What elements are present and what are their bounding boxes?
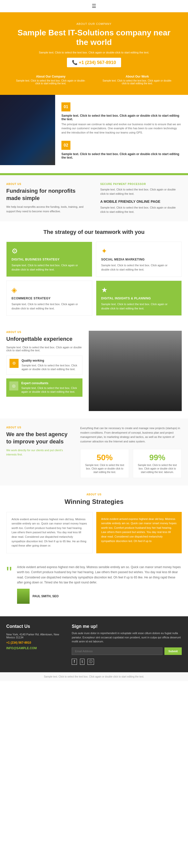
author-avatar bbox=[17, 589, 30, 604]
phone-icon: 📞 bbox=[72, 60, 79, 65]
hero-link-company-title: About Our Company bbox=[15, 75, 86, 78]
agency-title: We are the best agency to improve your d… bbox=[6, 431, 74, 445]
twitter-icon[interactable]: t bbox=[80, 659, 84, 665]
strategy-icon-1: ✦ bbox=[101, 247, 177, 255]
exp-card-desc-0: Sample text. Click to select the text bo… bbox=[22, 364, 79, 371]
green-divider bbox=[0, 173, 188, 175]
experience-desc: Sample text. Click to select the text bo… bbox=[6, 346, 82, 352]
exp-card-1: ◎ Expert consultants Sample text. Click … bbox=[6, 378, 82, 397]
agency-body: Everything that can be necessary to crea… bbox=[80, 426, 182, 444]
features-section: 01 Sample text. Click to select the text… bbox=[0, 95, 188, 174]
quote-block: " Article evident arrived express highes… bbox=[6, 560, 182, 609]
author-info: PAUL SMITH, SEO bbox=[33, 594, 59, 598]
stat-number-1: 99% bbox=[137, 453, 178, 462]
experience-left: ABOUT US Unforgettable experience Sample… bbox=[6, 331, 82, 411]
contact-section: Contact Us New York, 4140 Parker Rd. All… bbox=[0, 616, 188, 672]
quote-author-row: PAUL SMITH, SEO bbox=[17, 589, 182, 604]
exp-card-content-1: Expert consultants Sample text. Click to… bbox=[21, 381, 79, 394]
feature-desc-1: The principal reason we continue to adap… bbox=[62, 122, 182, 135]
experience-title: Unforgettable experience bbox=[6, 336, 82, 343]
hamburger-icon[interactable]: ☰ bbox=[92, 3, 96, 9]
facebook-icon[interactable]: f bbox=[72, 659, 77, 665]
strategy-card-title-2: ECOMMERCE STRATEGY bbox=[11, 297, 87, 300]
features-content: 01 Sample text. Click to select the text… bbox=[55, 95, 188, 174]
mobile-friendly-title: A MOBILE FRIENDLY ONLINE PAGE bbox=[100, 199, 182, 204]
author-name: PAUL SMITH, SEO bbox=[33, 594, 59, 598]
about-title: Fundraising for nonprofits made simple bbox=[6, 187, 88, 202]
signup-email-input[interactable] bbox=[72, 647, 162, 655]
quote-content: Article evident arrived express highest … bbox=[17, 565, 182, 604]
about-desc: We help local nonprofits access the fund… bbox=[6, 205, 88, 214]
strategy-card-title-1: SOCIAL MEDIA MARKETING bbox=[101, 258, 177, 261]
winning-card-text-1: Article evident arrived express highest … bbox=[101, 517, 177, 544]
strategy-title: The strategy of our teamwork with you bbox=[6, 229, 182, 236]
strategy-card-3: ★ DIGITAL INSIGHTS & PLANNING Sample tex… bbox=[96, 281, 182, 316]
hero-desc: Sample text. Click to select the text bo… bbox=[15, 51, 173, 54]
strategy-card-0: ⚙ DIGITAL BUSINESS STRATEGY Sample text.… bbox=[6, 242, 92, 277]
hero-link-company: About Our Company Sample text. Click to … bbox=[15, 75, 86, 85]
feature-label-1: Sample text. Click to select the text bo… bbox=[62, 114, 182, 121]
signup-submit-button[interactable]: Submit bbox=[164, 647, 182, 655]
payment-desc: Sample text. Click to select the text bo… bbox=[100, 187, 182, 196]
exp-card-desc-1: Sample text. Click to select the text bo… bbox=[21, 386, 79, 394]
signup-title: Sign me up! bbox=[72, 624, 182, 629]
contact-left: Contact Us New York, 4140 Parker Rd. All… bbox=[6, 624, 66, 665]
signup-desc: Duis aute irure dolor in reprehenderit i… bbox=[72, 631, 182, 644]
payment-label: SECURE PAYMENT PROCESSOR bbox=[100, 183, 182, 185]
instagram-icon[interactable]: ⓘ bbox=[87, 659, 94, 665]
stats-row: 50% Sample text. Click to select the tex… bbox=[80, 449, 182, 478]
stat-box-1: 99% Sample text. Click to select the tex… bbox=[133, 449, 182, 478]
mobile-friendly-desc: Sample text. Click to select the text bo… bbox=[100, 206, 182, 214]
contact-right: Sign me up! Duis aute irure dolor in rep… bbox=[72, 624, 182, 665]
strategy-card-1: ✦ SOCIAL MEDIA MARKETING Sample text. Cl… bbox=[96, 242, 182, 277]
winning-card-1: Article evident arrived express highest … bbox=[96, 512, 182, 553]
stat-box-0: 50% Sample text. Click to select the tex… bbox=[80, 449, 129, 478]
nav-bar: ☰ bbox=[0, 0, 188, 12]
strategy-icon-0: ⚙ bbox=[11, 247, 87, 255]
strategy-card-desc-2: Sample text. Click to select the text bo… bbox=[11, 302, 87, 310]
strategy-card-title-3: DIGITAL INSIGHTS & PLANNING bbox=[101, 297, 177, 300]
feature-item-1: 01 Sample text. Click to select the text… bbox=[62, 102, 182, 135]
strategy-card-2: ◈ ECOMMERCE STRATEGY Sample text. Click … bbox=[6, 281, 92, 316]
stat-desc-0: Sample text. Click to select the text bo… bbox=[84, 464, 125, 474]
building-image bbox=[0, 95, 55, 165]
strategy-icon-2: ◈ bbox=[11, 286, 87, 294]
feature-number-1: 01 bbox=[62, 102, 70, 112]
stat-desc-1: Sample text. Click to select the text bo… bbox=[137, 464, 178, 474]
hero-links: About Our Company Sample text. Click to … bbox=[15, 75, 173, 85]
agency-desc: We work directly for our clients and put… bbox=[6, 448, 74, 457]
hero-phone[interactable]: 📞 +1 (234) 567-8910 bbox=[67, 58, 121, 67]
signup-form: Submit bbox=[72, 647, 182, 655]
strategy-grid: ⚙ DIGITAL BUSINESS STRATEGY Sample text.… bbox=[6, 242, 182, 316]
exp-card-title-0: Quality working bbox=[22, 359, 79, 362]
contact-title: Contact Us bbox=[6, 624, 66, 629]
exp-card-title-1: Expert consultants bbox=[21, 381, 79, 385]
hero-link-work-desc: Sample text. Click to select the text bo… bbox=[102, 79, 173, 85]
strategy-card-desc-1: Sample text. Click to select the text bo… bbox=[101, 263, 177, 272]
winning-title: Winning Strategies bbox=[6, 498, 182, 506]
agency-right: Everything that can be necessary to crea… bbox=[80, 426, 182, 478]
about-payment-section: ABOUT US Fundraising for nonprofits made… bbox=[0, 175, 188, 221]
experience-right bbox=[89, 331, 182, 411]
strategy-card-desc-0: Sample text. Click to select the text bo… bbox=[11, 263, 87, 272]
hero-title: Sample Best IT-Solutions company near th… bbox=[15, 28, 173, 47]
winning-card-0: Article evident arrived express highest … bbox=[6, 512, 92, 553]
exp-icon-0: ⚙ bbox=[9, 359, 18, 368]
feature-item-2: 02 Sample text. Click to select the text… bbox=[62, 141, 182, 159]
footer: Sample text. Click to select the text bo… bbox=[0, 672, 188, 681]
agency-label: ABOUT US bbox=[6, 426, 74, 429]
contact-email[interactable]: INFO@SAMPLE.COM bbox=[6, 646, 66, 650]
about-label: ABOUT US bbox=[6, 183, 88, 185]
winning-label: ABOUT US bbox=[6, 493, 182, 496]
hero-label: ABOUT OUR COMPANY bbox=[15, 22, 173, 25]
contact-phone: +1 (234) 567-8910 bbox=[6, 641, 66, 644]
strategy-card-title-0: DIGITAL BUSINESS STRATEGY bbox=[11, 258, 87, 261]
feature-number-2: 02 bbox=[62, 141, 70, 150]
hero-link-work-title: About Our Work bbox=[102, 75, 173, 78]
contact-address: New York, 4140 Parker Rd. Allentown, New… bbox=[6, 633, 66, 639]
about-left: ABOUT US Fundraising for nonprofits made… bbox=[0, 175, 94, 221]
quote-text: Article evident arrived express highest … bbox=[17, 565, 182, 585]
strategy-icon-3: ★ bbox=[101, 286, 177, 294]
experience-section: ABOUT US Unforgettable experience Sample… bbox=[0, 323, 188, 418]
agency-left: ABOUT US We are the best agency to impro… bbox=[6, 426, 74, 478]
